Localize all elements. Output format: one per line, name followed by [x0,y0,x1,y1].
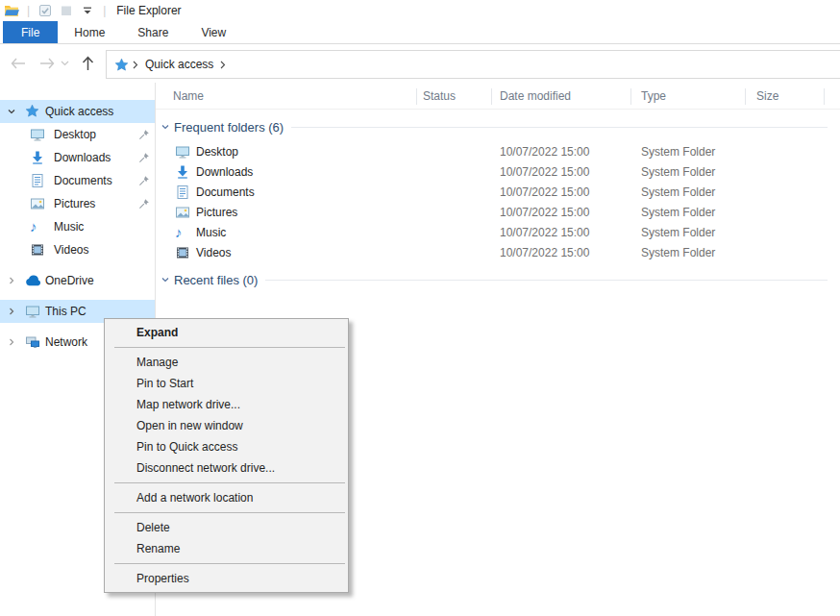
menu-item-pin-to-start[interactable]: Pin to Start [105,373,348,394]
music-icon: ♪ [175,225,183,240]
menu-separator [114,563,345,564]
quick-access-star-icon [25,104,39,118]
onedrive-cloud-icon [25,275,42,286]
column-headers: Name Status Date modified Type Size [156,85,840,110]
breadcrumb-quick-access[interactable]: Quick access [145,58,213,71]
up-button[interactable] [77,53,98,74]
desktop-icon [175,144,190,160]
chevron-down-icon[interactable] [7,107,16,116]
menu-item-pin-to-quick-access[interactable]: Pin to Quick access [105,436,348,457]
sidebar-item-pictures[interactable]: Pictures [0,192,155,215]
file-row-downloads[interactable]: Downloads 10/07/2022 15:00 System Folder [156,162,840,183]
quick-access-star-icon [114,58,129,72]
file-type: System Folder [641,165,715,179]
chevron-right-icon[interactable] [7,307,16,316]
menu-item-map-network-drive[interactable]: Map network drive... [105,394,348,415]
qat-new-folder-icon[interactable] [58,2,75,19]
address-bar[interactable]: Quick access [106,50,840,79]
downloads-icon [175,164,190,180]
menu-item-open-in-new-window[interactable]: Open in new window [105,415,348,436]
sidebar-item-documents[interactable]: Documents [0,169,155,192]
file-type: System Folder [641,206,715,219]
group-header-recent-files[interactable]: Recent files (0) [156,270,828,289]
chevron-down-icon[interactable] [161,122,170,132]
breadcrumb-chevron-icon[interactable] [133,61,138,69]
this-pc-icon [25,304,40,319]
chevron-right-icon[interactable] [7,276,16,285]
menu-separator [114,482,345,483]
column-divider[interactable] [745,88,746,105]
forward-button[interactable] [37,53,58,74]
title-bar: | | File Explorer [0,0,840,21]
sidebar-item-label: Documents [54,174,112,187]
group-header-frequent-folders[interactable]: Frequent folders (6) [156,117,828,136]
file-row-music[interactable]: ♪ Music 10/07/2022 15:00 System Folder [156,223,840,243]
file-row-videos[interactable]: Videos 10/07/2022 15:00 System Folder [156,243,840,263]
file-type: System Folder [641,185,715,199]
tab-home[interactable]: Home [58,21,121,43]
file-type: System Folder [641,226,715,239]
sidebar-item-label: Quick access [45,105,113,118]
menu-item-manage[interactable]: Manage [105,352,348,373]
sidebar-item-downloads[interactable]: Downloads [0,146,155,169]
sidebar-item-onedrive[interactable]: OneDrive [0,269,155,292]
network-icon [25,334,40,350]
menu-item-rename[interactable]: Rename [105,538,348,559]
pin-icon [138,129,150,140]
videos-icon [175,245,190,260]
column-divider[interactable] [416,88,417,105]
group-rule [265,280,828,281]
column-header-status[interactable]: Status [423,89,456,103]
file-name: Music [196,226,226,239]
tab-share[interactable]: Share [121,21,185,43]
menu-item-add-network-location[interactable]: Add a network location [105,487,348,508]
downloads-icon [30,150,45,165]
file-row-pictures[interactable]: Pictures 10/07/2022 15:00 System Folder [156,203,840,223]
pin-icon [138,198,150,209]
recent-locations-dropdown-icon[interactable] [58,53,71,74]
sidebar-item-label: OneDrive [45,274,94,287]
file-date-modified: 10/07/2022 15:00 [500,226,589,239]
file-name: Pictures [196,206,237,219]
column-divider[interactable] [630,88,631,105]
pin-icon [138,152,150,163]
chevron-right-icon[interactable] [7,337,16,347]
sidebar-item-music[interactable]: ♪ Music [0,215,155,238]
column-header-size[interactable]: Size [756,89,778,103]
file-row-documents[interactable]: Documents 10/07/2022 15:00 System Folder [156,183,840,203]
file-type: System Folder [641,246,715,259]
back-button[interactable] [8,53,29,74]
file-name: Documents [196,185,255,199]
this-pc-context-menu: Expand Manage Pin to Start Map network d… [104,318,349,593]
tab-file[interactable]: File [3,21,58,43]
menu-item-properties[interactable]: Properties [105,568,348,589]
column-divider[interactable] [824,88,825,105]
file-row-desktop[interactable]: Desktop 10/07/2022 15:00 System Folder [156,142,840,162]
column-header-date-modified[interactable]: Date modified [500,89,571,103]
file-name: Downloads [196,165,253,179]
menu-item-expand[interactable]: Expand [105,322,348,343]
qat-properties-icon[interactable] [37,2,54,19]
sidebar-item-label: Videos [54,243,88,257]
column-divider[interactable] [491,88,492,105]
navigation-bar: Quick access [0,44,840,84]
sidebar-item-quick-access[interactable]: Quick access [0,100,155,123]
menu-item-delete[interactable]: Delete [105,517,348,538]
chevron-down-icon[interactable] [161,275,170,284]
sidebar-item-videos[interactable]: Videos [0,238,155,261]
menu-item-disconnect-network-drive[interactable]: Disconnect network drive... [105,457,348,479]
sidebar-item-label: This PC [45,305,86,318]
file-name: Videos [196,246,231,259]
column-header-type[interactable]: Type [641,89,666,103]
column-header-name[interactable]: Name [173,89,204,103]
qat-customize-dropdown-icon[interactable] [79,2,96,19]
file-date-modified: 10/07/2022 15:00 [500,145,589,159]
videos-icon [30,242,45,258]
file-type: System Folder [641,145,715,159]
breadcrumb-chevron-icon[interactable] [220,61,226,69]
group-label: Recent files (0) [174,273,258,287]
file-name: Desktop [196,145,238,159]
sidebar-item-desktop[interactable]: Desktop [0,123,155,146]
tab-view[interactable]: View [185,21,242,43]
desktop-icon [30,127,45,142]
